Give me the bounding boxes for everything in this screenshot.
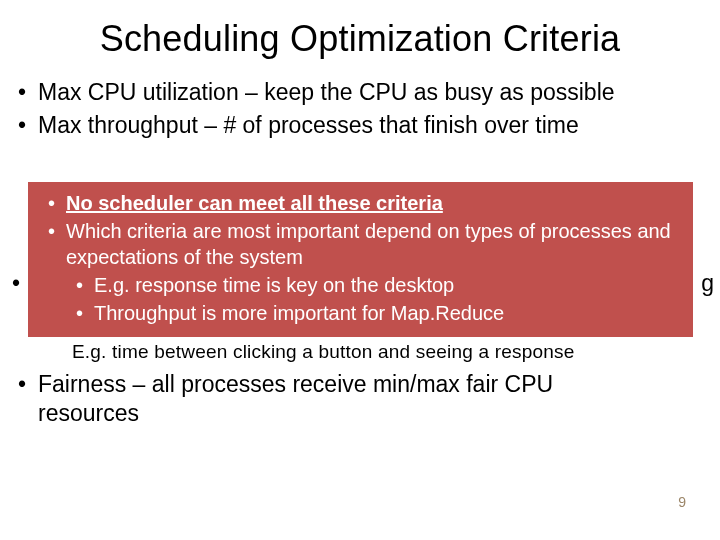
example-subbullet-text: E.g. time between clicking a button and … — [72, 341, 575, 362]
page-number: 9 — [678, 494, 686, 510]
slide-title: Scheduling Optimization Criteria — [0, 0, 720, 66]
callout-box: No scheduler can meet all these criteria… — [28, 182, 693, 337]
bullet-cpu-utilization: Max CPU utilization – keep the CPU as bu… — [12, 78, 710, 107]
example-subbullet: E.g. time between clicking a button and … — [72, 341, 575, 363]
callout-line-2: Which criteria are most important depend… — [42, 218, 683, 270]
bullet-throughput: Max throughput – # of processes that fin… — [12, 111, 710, 140]
callout-line-3: E.g. response time is key on the desktop — [42, 272, 683, 298]
callout-line-1: No scheduler can meet all these criteria — [42, 190, 683, 216]
bullet-fairness: Fairness – all processes receive min/max… — [12, 370, 710, 429]
fairness-rest-2: resources — [12, 399, 710, 428]
hidden-bullet-marker: • — [12, 270, 20, 297]
slide: Scheduling Optimization Criteria Max CPU… — [0, 0, 720, 540]
callout-line-1-text: No scheduler can meet all these criteria — [66, 192, 443, 214]
fairness-rest-1: – all processes receive min/max fair CPU — [126, 371, 553, 397]
fairness-label: Fairness — [38, 371, 126, 397]
hidden-text-edge: g — [701, 270, 714, 297]
main-bullets: Max CPU utilization – keep the CPU as bu… — [0, 66, 720, 141]
callout-line-4: Throughput is more important for Map.Red… — [42, 300, 683, 326]
